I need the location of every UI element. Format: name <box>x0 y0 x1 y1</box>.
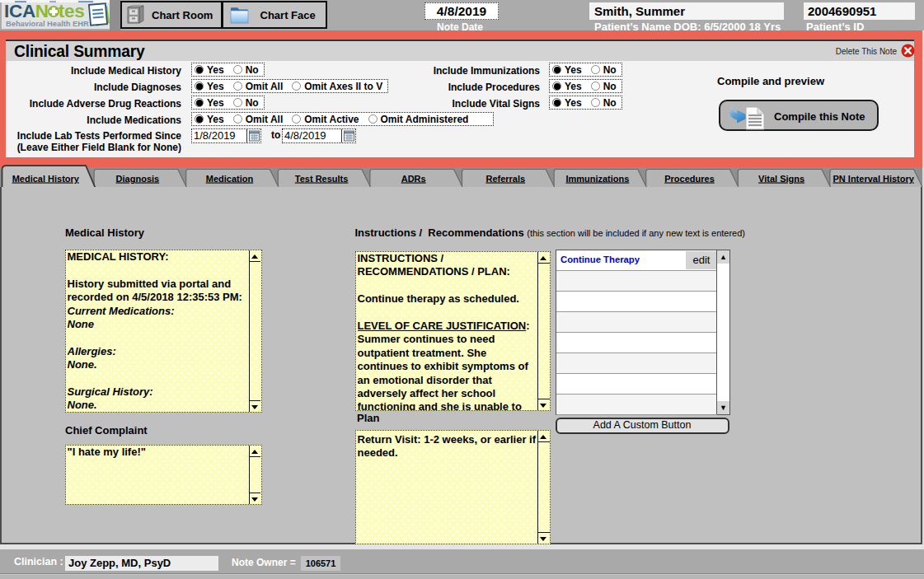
svg-text:Medication: Medication <box>206 174 254 184</box>
svg-text:Vital Signs: Vital Signs <box>758 174 804 184</box>
svg-text:ADRs: ADRs <box>401 174 426 184</box>
svg-text:Test Results: Test Results <box>295 174 349 184</box>
svg-text:Procedures: Procedures <box>664 174 715 184</box>
svg-text:Immunizations: Immunizations <box>565 174 629 184</box>
svg-text:PN Interval History: PN Interval History <box>833 174 914 184</box>
svg-text:Referrals: Referrals <box>485 174 525 184</box>
svg-text:Medical History: Medical History <box>12 174 80 184</box>
svg-text:Diagnosis: Diagnosis <box>116 174 160 184</box>
